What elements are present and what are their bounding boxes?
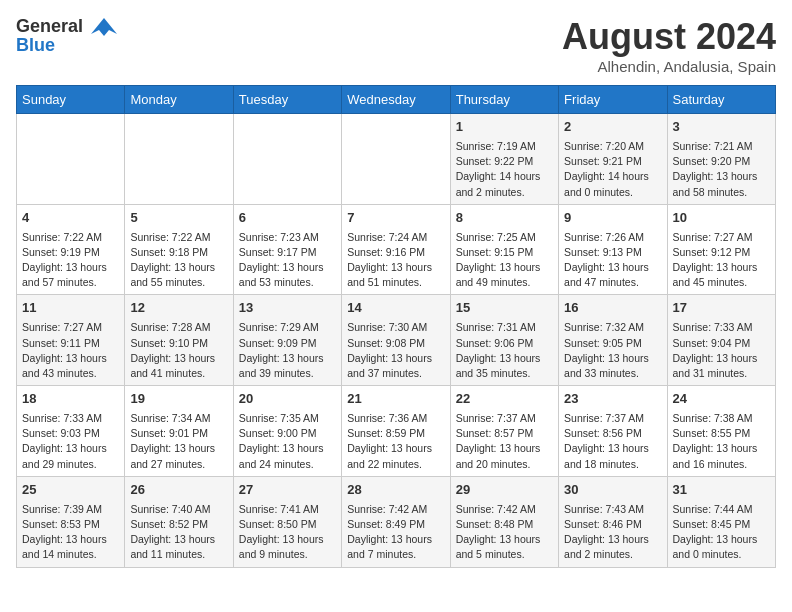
calendar-cell-3-3: 14Sunrise: 7:30 AMSunset: 9:08 PMDayligh… — [342, 295, 450, 386]
day-info: Sunset: 8:53 PM — [22, 517, 119, 532]
day-info: and 41 minutes. — [130, 366, 227, 381]
day-number: 12 — [130, 299, 227, 318]
day-info: Daylight: 13 hours — [130, 260, 227, 275]
day-info: Sunset: 9:19 PM — [22, 245, 119, 260]
day-info: Sunrise: 7:31 AM — [456, 320, 553, 335]
day-info: and 45 minutes. — [673, 275, 770, 290]
day-info: Sunset: 9:08 PM — [347, 336, 444, 351]
day-info: Sunset: 9:15 PM — [456, 245, 553, 260]
day-info: Daylight: 13 hours — [130, 441, 227, 456]
calendar-cell-1-0 — [17, 114, 125, 205]
day-info: Sunset: 9:18 PM — [130, 245, 227, 260]
calendar-header-row: Sunday Monday Tuesday Wednesday Thursday… — [17, 86, 776, 114]
day-info: and 39 minutes. — [239, 366, 336, 381]
day-info: Sunset: 9:10 PM — [130, 336, 227, 351]
col-saturday: Saturday — [667, 86, 775, 114]
day-info: and 16 minutes. — [673, 457, 770, 472]
day-number: 27 — [239, 481, 336, 500]
calendar-cell-1-3 — [342, 114, 450, 205]
day-info: Daylight: 13 hours — [673, 260, 770, 275]
calendar-cell-3-4: 15Sunrise: 7:31 AMSunset: 9:06 PMDayligh… — [450, 295, 558, 386]
day-info: Sunrise: 7:42 AM — [347, 502, 444, 517]
day-info: Sunset: 9:04 PM — [673, 336, 770, 351]
day-info: Daylight: 13 hours — [564, 441, 661, 456]
day-info: and 27 minutes. — [130, 457, 227, 472]
day-info: and 31 minutes. — [673, 366, 770, 381]
calendar-week-row-4: 18Sunrise: 7:33 AMSunset: 9:03 PMDayligh… — [17, 386, 776, 477]
calendar-cell-5-4: 29Sunrise: 7:42 AMSunset: 8:48 PMDayligh… — [450, 476, 558, 567]
day-number: 16 — [564, 299, 661, 318]
calendar-cell-3-0: 11Sunrise: 7:27 AMSunset: 9:11 PMDayligh… — [17, 295, 125, 386]
day-info: Sunrise: 7:34 AM — [130, 411, 227, 426]
day-info: Sunrise: 7:23 AM — [239, 230, 336, 245]
day-info: Daylight: 13 hours — [456, 441, 553, 456]
day-info: Sunrise: 7:22 AM — [130, 230, 227, 245]
day-number: 5 — [130, 209, 227, 228]
day-info: Sunset: 9:12 PM — [673, 245, 770, 260]
day-info: Daylight: 13 hours — [673, 441, 770, 456]
day-info: and 20 minutes. — [456, 457, 553, 472]
page-header: General Blue August 2024 Alhendin, Andal… — [16, 16, 776, 75]
day-number: 14 — [347, 299, 444, 318]
day-info: Sunrise: 7:29 AM — [239, 320, 336, 335]
day-info: and 33 minutes. — [564, 366, 661, 381]
day-info: Sunrise: 7:39 AM — [22, 502, 119, 517]
day-info: Sunset: 8:59 PM — [347, 426, 444, 441]
title-block: August 2024 Alhendin, Andalusia, Spain — [562, 16, 776, 75]
day-info: Sunset: 9:20 PM — [673, 154, 770, 169]
day-number: 2 — [564, 118, 661, 137]
day-info: Daylight: 13 hours — [22, 532, 119, 547]
calendar-cell-3-2: 13Sunrise: 7:29 AMSunset: 9:09 PMDayligh… — [233, 295, 341, 386]
day-number: 8 — [456, 209, 553, 228]
day-number: 17 — [673, 299, 770, 318]
day-info: Daylight: 13 hours — [564, 532, 661, 547]
calendar-cell-1-6: 3Sunrise: 7:21 AMSunset: 9:20 PMDaylight… — [667, 114, 775, 205]
day-info: and 18 minutes. — [564, 457, 661, 472]
day-number: 6 — [239, 209, 336, 228]
day-info: Sunrise: 7:32 AM — [564, 320, 661, 335]
calendar-cell-1-5: 2Sunrise: 7:20 AMSunset: 9:21 PMDaylight… — [559, 114, 667, 205]
day-info: and 0 minutes. — [564, 185, 661, 200]
day-info: and 9 minutes. — [239, 547, 336, 562]
calendar-cell-2-3: 7Sunrise: 7:24 AMSunset: 9:16 PMDaylight… — [342, 204, 450, 295]
day-info: and 51 minutes. — [347, 275, 444, 290]
day-info: Daylight: 13 hours — [22, 260, 119, 275]
day-info: and 58 minutes. — [673, 185, 770, 200]
calendar-cell-2-0: 4Sunrise: 7:22 AMSunset: 9:19 PMDaylight… — [17, 204, 125, 295]
day-info: Sunset: 8:50 PM — [239, 517, 336, 532]
day-info: Sunrise: 7:25 AM — [456, 230, 553, 245]
day-info: Daylight: 13 hours — [239, 532, 336, 547]
day-info: Sunset: 8:57 PM — [456, 426, 553, 441]
day-info: Daylight: 13 hours — [564, 260, 661, 275]
day-info: Daylight: 13 hours — [22, 351, 119, 366]
calendar-cell-5-3: 28Sunrise: 7:42 AMSunset: 8:49 PMDayligh… — [342, 476, 450, 567]
day-number: 18 — [22, 390, 119, 409]
day-info: Daylight: 13 hours — [564, 351, 661, 366]
day-info: and 47 minutes. — [564, 275, 661, 290]
day-number: 25 — [22, 481, 119, 500]
day-info: Sunrise: 7:33 AM — [22, 411, 119, 426]
day-info: and 2 minutes. — [564, 547, 661, 562]
day-info: Daylight: 13 hours — [22, 441, 119, 456]
day-number: 10 — [673, 209, 770, 228]
calendar-cell-3-6: 17Sunrise: 7:33 AMSunset: 9:04 PMDayligh… — [667, 295, 775, 386]
day-info: Sunrise: 7:40 AM — [130, 502, 227, 517]
day-info: Sunrise: 7:19 AM — [456, 139, 553, 154]
day-info: and 14 minutes. — [22, 547, 119, 562]
day-info: Sunset: 8:45 PM — [673, 517, 770, 532]
day-info: Daylight: 13 hours — [347, 351, 444, 366]
day-info: Daylight: 14 hours — [564, 169, 661, 184]
col-tuesday: Tuesday — [233, 86, 341, 114]
day-info: Daylight: 13 hours — [347, 441, 444, 456]
calendar-cell-3-5: 16Sunrise: 7:32 AMSunset: 9:05 PMDayligh… — [559, 295, 667, 386]
day-info: Daylight: 13 hours — [239, 441, 336, 456]
day-info: Daylight: 13 hours — [673, 169, 770, 184]
day-info: Sunset: 8:48 PM — [456, 517, 553, 532]
day-number: 29 — [456, 481, 553, 500]
calendar-cell-2-5: 9Sunrise: 7:26 AMSunset: 9:13 PMDaylight… — [559, 204, 667, 295]
calendar-cell-1-1 — [125, 114, 233, 205]
day-info: Sunrise: 7:26 AM — [564, 230, 661, 245]
day-info: Sunrise: 7:41 AM — [239, 502, 336, 517]
calendar-cell-2-1: 5Sunrise: 7:22 AMSunset: 9:18 PMDaylight… — [125, 204, 233, 295]
day-number: 24 — [673, 390, 770, 409]
